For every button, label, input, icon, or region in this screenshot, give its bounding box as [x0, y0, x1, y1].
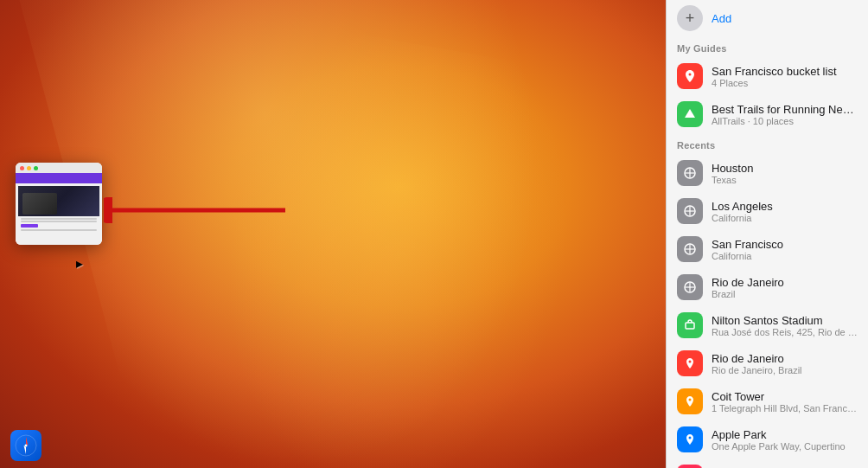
sidebar-item-apple-park[interactable]: Apple Park One Apple Park Way, Cupertino [667, 420, 868, 458]
los-angeles-text: Los Angeles California [712, 200, 858, 223]
nilton-santos-icon [677, 312, 703, 338]
sidebar-item-best-trails[interactable]: Best Trails for Running Near SF AllTrail… [667, 95, 868, 133]
rio-city-icon [677, 274, 703, 300]
rio-pin-title: Rio de Janeiro [712, 352, 858, 365]
coit-tower-subtitle: 1 Telegraph Hill Blvd, San Francisco [712, 403, 858, 414]
close-dot [20, 166, 24, 170]
minimize-dot [27, 166, 31, 170]
rio-pin-subtitle: Rio de Janeiro, Brazil [712, 365, 858, 375]
thumb-page-body [16, 183, 102, 234]
houston-title: Houston [712, 162, 858, 175]
apple-park-text: Apple Park One Apple Park Way, Cupertino [712, 428, 858, 452]
safari-compass-icon [15, 434, 37, 457]
sidebar-item-los-angeles[interactable]: Los Angeles California [667, 192, 868, 230]
svg-marker-3 [26, 437, 29, 446]
sidebar-item-rio-city[interactable]: Rio de Janeiro Brazil [667, 268, 868, 306]
safari-dock-icon[interactable] [10, 430, 41, 461]
svg-marker-4 [24, 446, 27, 454]
sf-bucket-icon [677, 63, 703, 89]
best-trails-subtitle: AllTrails · 10 places [712, 116, 858, 126]
thumbnail-content [16, 173, 102, 245]
safari-icon-background [10, 430, 41, 461]
sidebar-item-nilton-santos[interactable]: Nilton Santos Stadium Rua José dos Reis,… [667, 306, 868, 344]
nilton-santos-text: Nilton Santos Stadium Rua José dos Reis,… [712, 314, 858, 337]
london-zoo-1-icon [677, 465, 703, 468]
my-guides-header: My Guides [667, 36, 868, 57]
houston-icon [677, 160, 703, 186]
best-trails-title: Best Trails for Running Near SF [712, 103, 858, 116]
coit-tower-title: Coit Tower [712, 390, 858, 403]
thumb-text-1 [21, 218, 97, 220]
san-francisco-title: San Francisco [712, 238, 858, 251]
mouse-cursor: ▸ [76, 255, 83, 272]
thumb-text-3 [21, 229, 97, 231]
nilton-santos-subtitle: Rua José dos Reis, 425, Rio de Jane [712, 327, 858, 337]
sf-bucket-title: San Francisco bucket list [712, 65, 858, 78]
best-trails-text: Best Trails for Running Near SF AllTrail… [712, 103, 858, 126]
svg-point-5 [25, 445, 28, 447]
los-angeles-title: Los Angeles [712, 200, 858, 213]
san-francisco-icon [677, 236, 703, 262]
rio-city-title: Rio de Janeiro [712, 276, 858, 289]
sf-bucket-subtitle: 4 Places [712, 78, 858, 88]
los-angeles-subtitle: California [712, 213, 858, 223]
rio-city-text: Rio de Janeiro Brazil [712, 276, 858, 299]
houston-text: Houston Texas [712, 162, 858, 185]
coit-tower-icon [677, 388, 703, 414]
best-trails-icon [677, 101, 703, 127]
sidebar-item-coit-tower[interactable]: Coit Tower 1 Telegraph Hill Blvd, San Fr… [667, 382, 868, 420]
san-francisco-text: San Francisco California [712, 238, 858, 261]
rio-city-subtitle: Brazil [712, 289, 858, 299]
add-guide-label: Add [712, 12, 731, 25]
thumb-image [18, 186, 99, 216]
desktop-background: ▸ [0, 0, 666, 468]
sidebar-item-rio-pin[interactable]: Rio de Janeiro Rio de Janeiro, Brazil [667, 344, 868, 382]
sidebar-item-houston[interactable]: Houston Texas [667, 154, 868, 192]
nilton-santos-title: Nilton Santos Stadium [712, 314, 858, 327]
add-guide-row[interactable]: + Add [667, 0, 868, 36]
thumb-cta-button [21, 224, 38, 228]
sidebar-item-sf-bucket[interactable]: San Francisco bucket list 4 Places [667, 57, 868, 95]
sidebar-item-london-zoo-1[interactable]: London Zoo Regent's Park, London [667, 458, 868, 468]
sf-bucket-text: San Francisco bucket list 4 Places [712, 65, 858, 88]
add-icon: + [677, 5, 703, 31]
thumb-text-2 [21, 221, 97, 222]
svg-rect-18 [686, 323, 694, 329]
apple-park-title: Apple Park [712, 428, 858, 441]
maps-sidebar: + Add My Guides San Francisco bucket lis… [666, 0, 868, 468]
safari-thumbnail-window[interactable] [16, 163, 102, 245]
rio-pin-text: Rio de Janeiro Rio de Janeiro, Brazil [712, 352, 858, 375]
houston-subtitle: Texas [712, 175, 858, 185]
apple-park-icon [677, 426, 703, 452]
coit-tower-text: Coit Tower 1 Telegraph Hill Blvd, San Fr… [712, 390, 858, 414]
thumbnail-titlebar [16, 163, 102, 173]
rio-pin-icon [677, 350, 703, 376]
apple-park-subtitle: One Apple Park Way, Cupertino [712, 441, 858, 452]
recents-header: Recents [667, 133, 868, 154]
maximize-dot [34, 166, 38, 170]
red-arrow [104, 197, 294, 223]
san-francisco-subtitle: California [712, 251, 858, 261]
sidebar-item-san-francisco[interactable]: San Francisco California [667, 230, 868, 268]
thumb-page-header [16, 173, 102, 183]
los-angeles-icon [677, 198, 703, 224]
